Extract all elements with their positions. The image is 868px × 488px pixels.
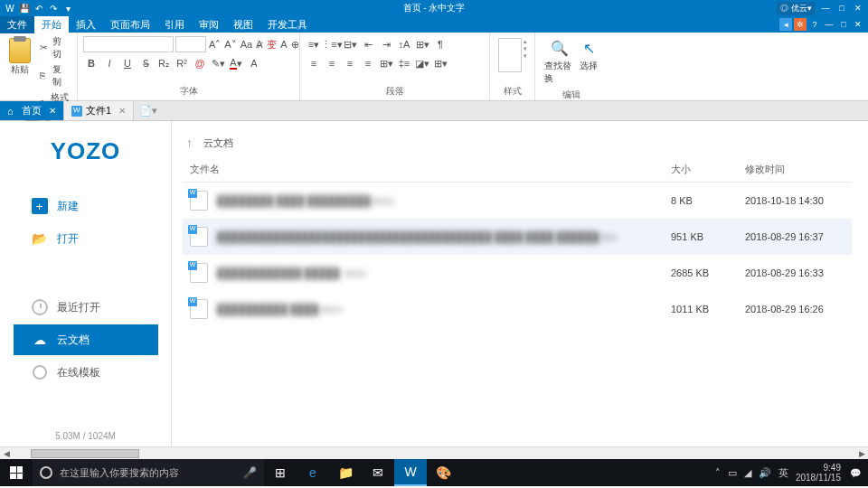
cut-button[interactable]: 剪切 [38, 34, 71, 61]
menu-insert[interactable]: 插入 [69, 16, 103, 33]
increase-indent-icon[interactable]: ⇥ [378, 36, 394, 52]
ime-indicator[interactable]: 英 [778, 466, 788, 480]
clear-format-icon[interactable]: A̷ [255, 36, 264, 52]
show-marks-icon[interactable]: ¶ [432, 36, 448, 52]
file-row[interactable]: ███████████████████████████████████████ … [183, 219, 852, 255]
col-name[interactable]: 文件名 [190, 163, 671, 176]
tray-up-icon[interactable]: ˄ [715, 467, 721, 479]
volume-icon[interactable]: 🔊 [759, 467, 771, 479]
align-right-icon[interactable]: ≡ [342, 55, 358, 71]
tab-settings-icon[interactable]: ⊞▾ [414, 36, 430, 52]
file-row[interactable]: ██████████ ████.docx 1011 KB 2018-08-29 … [183, 291, 852, 327]
scroll-left-icon[interactable]: ◀ [0, 447, 13, 460]
char-border-icon[interactable]: A [279, 36, 288, 52]
paint-button[interactable]: 🎨 [427, 459, 459, 486]
numbering-icon[interactable]: ⋮≡▾ [324, 36, 340, 52]
badge-left-icon[interactable]: ◂ [779, 18, 792, 31]
close-tab-icon[interactable]: ✕ [118, 106, 126, 116]
underline-icon[interactable]: U [119, 55, 136, 71]
style-more-icon[interactable]: ▾ [524, 52, 527, 60]
increase-font-icon[interactable]: A˄ [208, 36, 222, 52]
line-spacing-icon[interactable]: ‡≡ [396, 55, 412, 71]
back-icon[interactable]: ↑ [186, 136, 193, 150]
ribbon-restore-button[interactable]: □ [837, 18, 850, 31]
yozo-app-button[interactable]: W [394, 459, 427, 486]
maximize-button[interactable]: □ [835, 2, 848, 14]
col-time[interactable]: 修改时间 [745, 163, 844, 176]
mail-button[interactable]: ✉ [362, 459, 394, 486]
sidebar-item-recent[interactable]: 最近打开 [14, 292, 158, 323]
col-size[interactable]: 大小 [671, 163, 745, 176]
close-button[interactable]: ✕ [852, 2, 864, 14]
menu-review[interactable]: 审阅 [192, 16, 226, 33]
char-shading-icon[interactable]: A [246, 55, 262, 71]
superscript-icon[interactable]: R² [174, 55, 190, 71]
help-icon[interactable]: ? [808, 18, 821, 31]
phonetic-icon[interactable]: 变 [266, 36, 278, 52]
menu-file[interactable]: 文件 [0, 16, 34, 33]
ribbon-minimize-button[interactable]: — [823, 18, 835, 31]
menu-start[interactable]: 开始 [34, 16, 69, 33]
highlight-icon[interactable]: ✎▾ [210, 55, 226, 71]
cloud-badge[interactable]: ◎ 优云▾ [777, 2, 816, 15]
find-replace-button[interactable]: 🔍 查找替换 [544, 38, 575, 85]
tab-file1[interactable]: 文件1 ✕ [64, 101, 134, 120]
explorer-button[interactable]: 📁 [329, 459, 362, 486]
minimize-button[interactable]: — [819, 2, 832, 14]
edge-button[interactable]: e [297, 459, 329, 486]
style-down-icon[interactable]: ▾ [524, 45, 527, 52]
sidebar-item-cloud[interactable]: ☁ 云文档 [14, 324, 158, 355]
scroll-track[interactable] [13, 448, 855, 459]
style-gallery[interactable] [498, 38, 522, 72]
sort-icon[interactable]: ↕A [396, 36, 412, 52]
align-left-icon[interactable]: ≡ [306, 55, 322, 71]
sidebar-item-open[interactable]: 📂 打开 [14, 223, 158, 254]
battery-icon[interactable]: ▭ [728, 467, 737, 479]
redo-icon[interactable]: ↷ [47, 2, 60, 14]
select-button[interactable]: ↖ 选择 [579, 38, 599, 85]
decrease-font-icon[interactable]: A˅ [223, 36, 237, 52]
menu-layout[interactable]: 页面布局 [103, 16, 157, 33]
distributed-icon[interactable]: ⊞▾ [378, 55, 394, 71]
badge-gear-icon[interactable]: ✲ [794, 18, 807, 31]
scroll-thumb[interactable] [31, 449, 139, 458]
file-row[interactable]: ████████████ █████ .docx 2685 KB 2018-08… [183, 255, 852, 291]
scroll-right-icon[interactable]: ▶ [855, 447, 868, 460]
ribbon-close-button[interactable]: ✕ [852, 18, 864, 31]
style-up-icon[interactable]: ▴ [524, 38, 527, 45]
bullets-icon[interactable]: ≡▾ [306, 36, 322, 52]
close-tab-icon[interactable]: ✕ [49, 106, 56, 116]
horizontal-scrollbar[interactable]: ◀ ▶ [0, 446, 868, 459]
justify-icon[interactable]: ≡ [360, 55, 376, 71]
wifi-icon[interactable]: ◢ [744, 467, 751, 479]
multilevel-icon[interactable]: ⊟▾ [342, 36, 358, 52]
decrease-indent-icon[interactable]: ⇤ [360, 36, 376, 52]
paste-button[interactable]: 粘贴 [5, 34, 34, 80]
change-case-icon[interactable]: Aa [240, 36, 253, 52]
file-row[interactable]: ████████ ████ █████████.docx 8 KB 2018-1… [183, 183, 852, 219]
align-center-icon[interactable]: ≡ [324, 55, 340, 71]
undo-icon[interactable]: ↶ [33, 2, 45, 14]
taskbar-search[interactable]: 在这里输入你要搜索的内容 🎤 [33, 459, 264, 486]
new-tab-button[interactable]: 📄▾ [134, 101, 163, 120]
start-button[interactable] [0, 459, 33, 486]
task-view-button[interactable]: ⊞ [264, 459, 297, 486]
menu-view[interactable]: 视图 [226, 16, 260, 33]
shading-icon[interactable]: ◪▾ [414, 55, 430, 71]
tab-home[interactable]: 首页 ✕ [0, 101, 64, 120]
font-name-combo[interactable] [83, 36, 174, 52]
menu-devtools[interactable]: 开发工具 [260, 16, 315, 33]
font-color-icon[interactable]: A▾ [228, 55, 244, 71]
sidebar-item-new[interactable]: + 新建 [14, 191, 158, 221]
bold-icon[interactable]: B [83, 55, 99, 71]
taskbar-clock[interactable]: 9:49 2018/11/15 [796, 463, 841, 483]
save-icon[interactable]: 💾 [18, 2, 31, 14]
sidebar-item-templates[interactable]: 在线模板 [14, 357, 158, 388]
enclose-icon[interactable]: ⊕ [290, 36, 300, 52]
menu-reference[interactable]: 引用 [157, 16, 192, 33]
mic-icon[interactable]: 🎤 [243, 466, 257, 479]
emphasis-icon[interactable]: R₂ [156, 55, 172, 71]
strikethrough-icon[interactable]: S̶ [137, 55, 154, 71]
copy-button[interactable]: 复制 [38, 62, 71, 89]
font-size-combo[interactable] [175, 36, 206, 52]
